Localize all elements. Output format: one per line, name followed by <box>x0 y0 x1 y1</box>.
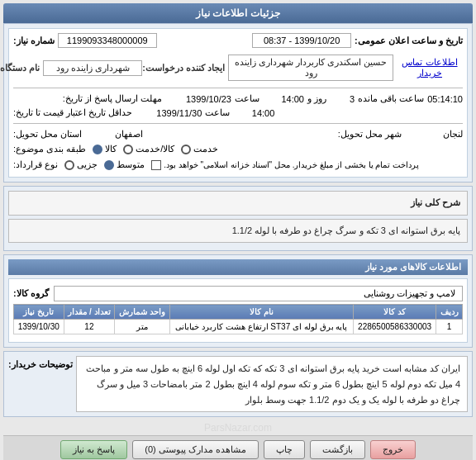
col-vahed: واحد شمارش <box>115 305 169 320</box>
watermark: ParsNazar.com <box>3 420 473 435</box>
tabaghe-kala-radio[interactable] <box>93 145 102 154</box>
notes-title-label: توضیحات خریدار: <box>8 356 73 370</box>
hadaghal-row: 14:00 ساعت 1399/11/30 حداقل تاریخ اعتبار… <box>13 106 463 120</box>
chap-button[interactable]: چاپ <box>264 440 305 459</box>
ostan-label: استان محل تحویل: <box>13 129 82 140</box>
col-name: نام کالا <box>169 305 353 320</box>
cell-kod: 2286500586330003 <box>353 320 436 334</box>
cell-radif: 1 <box>436 320 463 334</box>
hadaghal-label: حداقل تاریخ اعتبار قیمت تا تاریخ: <box>13 107 132 118</box>
pasokh-button[interactable]: پاسخ به نیاز <box>60 440 127 459</box>
now-gharar-row: پرداخت تمام یا بخشی از مبلغ خریدار. محل … <box>13 157 463 173</box>
nam-dastgah-field: شهرداری زاینده رود نام دستگاه خریدار: <box>0 59 142 78</box>
saat-value: 14:00 <box>263 94 304 104</box>
gorohe-label: گروه کالا: <box>13 288 49 299</box>
tabaghe-row: خدمت کالا/خدمت کالا طبقه بندی موضوع: <box>13 141 463 157</box>
saat-mande-group: 05:14:10 ساعت باقی مانده 3 روز و 14:00 س… <box>63 93 463 104</box>
kala-table-body: 12286500586330003پایه برق لوله ای ST37 ا… <box>14 320 463 334</box>
main-container: جزئیات اطلاعات نیاز تاریخ و ساعت اعلان ع… <box>0 0 476 460</box>
sharh-text-box: پایه برق استوانه ای 3 تکه و سرگ چراغ دو … <box>8 219 468 244</box>
tabaghe-kala-item: کالا <box>93 144 117 154</box>
tabaghe-kala-label: کالا <box>105 144 117 154</box>
notes-text: ایران کد مشابه است خرید پایه برق استوانه… <box>86 363 460 404</box>
tabaghe-khadamat2-radio[interactable] <box>181 145 191 154</box>
pardakht-checkbox-item: پرداخت تمام یا بخشی از مبلغ خریدار. محل … <box>151 160 419 170</box>
ejad-konandeh-value: حسین اسکندری کاربردار شهرداری زاینده رود <box>228 55 393 81</box>
roz-value: 3 <box>330 94 355 104</box>
saat-mande-value: 05:14:10 <box>427 94 463 104</box>
sharh-title: شرح کلی نیاز <box>411 197 460 207</box>
kala-table: ردیف کد کالا نام کالا واحد شمارش تعداد /… <box>13 304 463 334</box>
cell-name: پایه برق لوله ای ST37 ارتفاع هشت کاربرد … <box>169 320 353 334</box>
mohlat-ersal-az-value: 1399/10/23 <box>165 94 231 104</box>
now-jazbi-label: جزیی <box>77 159 98 170</box>
nam-dastgah-label: نام دستگاه خریدار: <box>0 63 40 74</box>
saat2-value: 14:00 <box>233 108 274 118</box>
shahr-label: شهر محل تحویل: <box>338 129 402 140</box>
now-mota-radio[interactable] <box>104 160 114 170</box>
mohlat-row: 05:14:10 ساعت باقی مانده 3 روز و 14:00 س… <box>13 92 463 106</box>
now-gharar-label: نوع قرارداد: <box>13 159 58 170</box>
hadaghal-value: 1399/11/30 <box>136 108 202 118</box>
shahr-value: لنجان <box>405 129 463 140</box>
tabaghe-label: طبقه بندی موضوع: <box>13 144 86 154</box>
watermark-text: ParsNazar.com <box>204 422 272 434</box>
sharh-text: پایه برق استوانه ای 3 تکه و سرگ چراغ دو … <box>232 225 460 235</box>
ettelaat-kala-inner: لامپ و تجهیزات روشنایی گروه کالا: ردیف ک… <box>8 278 468 343</box>
tabaghe-khadamat2-label: خدمت <box>193 144 218 154</box>
gorohe-value: لامپ و تجهیزات روشنایی <box>54 286 463 301</box>
ettelaat-link[interactable]: اطلاعات تماس خریدار <box>397 55 463 80</box>
notes-section: ایران کد مشابه است خرید پایه برق استوانه… <box>3 351 473 417</box>
now-jazbi-radio[interactable] <box>64 160 74 170</box>
table-header-row: ردیف کد کالا نام کالا واحد شمارش تعداد /… <box>14 305 463 320</box>
shahr-group: لنجان شهر محل تحویل: <box>338 129 463 140</box>
roz-label: روز و <box>307 93 326 104</box>
tabaghe-khadamat-label: کالا/خدمت <box>136 144 174 154</box>
tarikh-value: 1399/10/20 - 08:37 <box>252 33 351 48</box>
ettelaat-kala-title: اطلاعات کالاهای مورد نیاز <box>8 259 468 275</box>
ostan-value: اصفهان <box>85 129 143 140</box>
ejad-konandeh-label: ایجاد کننده درخواست: <box>142 63 225 74</box>
top-meta-row: تاریخ و ساعت اعلان عمومی: 1399/10/20 - 0… <box>13 33 463 48</box>
saat-label: ساعت <box>235 93 259 104</box>
table-row: 12286500586330003پایه برق لوله ای ST37 ا… <box>14 320 463 334</box>
now-mota-label: متوسط <box>117 159 145 170</box>
khoruj-button[interactable]: خروج <box>370 440 416 459</box>
tarikh-label: تاریخ و ساعت اعلان عمومی: <box>355 36 463 46</box>
col-tedad: تعداد / مقدار <box>64 305 115 320</box>
ettelaat-kala-section: اطلاعات کالاهای مورد نیاز لامپ و تجهیزات… <box>3 254 473 348</box>
pardakht-checkbox[interactable] <box>151 160 161 170</box>
ostan-group: اصفهان استان محل تحویل: <box>13 129 143 140</box>
ostan-shahr-row: لنجان شهر محل تحویل: اصفهان استان محل تح… <box>13 127 463 141</box>
top-meta-inner: تاریخ و ساعت اعلان عمومی: 1399/10/20 - 0… <box>8 28 468 178</box>
saat2-label: ساعت <box>205 107 230 118</box>
top-meta-section: تاریخ و ساعت اعلان عمومی: 1399/10/20 - 0… <box>3 23 473 183</box>
col-tarikh: تاریخ نیاز <box>14 305 64 320</box>
sharh-section: شرح کلی نیاز پایه برق استوانه ای 3 تکه و… <box>3 186 473 251</box>
cell-vahed: متر <box>115 320 169 334</box>
tabaghe-khadamat-item: کالا/خدمت <box>123 144 174 154</box>
tabaghe-khadamat2-item: خدمت <box>181 144 218 154</box>
shomara-item: 1199093348000009 شماره نیاز: <box>13 33 157 48</box>
moshahedeh-button[interactable]: مشاهده مدارک پیوستی (0) <box>132 440 259 459</box>
notes-wrapper: ایران کد مشابه است خرید پایه برق استوانه… <box>8 356 468 412</box>
ejad-konandeh-row: اطلاعات تماس خریدار حسین اسکندری کاربردا… <box>142 53 463 83</box>
sharh-title-box: شرح کلی نیاز <box>8 191 468 216</box>
gorohe-row: لامپ و تجهیزات روشنایی گروه کالا: <box>13 283 463 304</box>
page-title: جزئیات اطلاعات نیاز <box>196 7 280 19</box>
col-kod: کد کالا <box>353 305 436 320</box>
tabaghe-khadamat-radio[interactable] <box>123 145 133 154</box>
nam-dastgah-row: اطلاعات تماس خریدار حسین اسکندری کاربردا… <box>13 51 463 84</box>
mohlat-ersal-az-label: مهلت ارسال پاسخ از تاریخ: <box>63 93 162 104</box>
tarikh-item: تاریخ و ساعت اعلان عمومی: 1399/10/20 - 0… <box>252 33 463 48</box>
shomara-value: 1199093348000009 <box>58 33 157 48</box>
col-radif: ردیف <box>436 305 463 320</box>
now-jazbi-item: جزیی <box>64 159 98 170</box>
cell-tedad: 12 <box>64 320 115 334</box>
pardakht-label: پرداخت تمام یا بخشی از مبلغ خریدار. محل … <box>164 160 419 169</box>
shomara-label: شماره نیاز: <box>13 36 55 46</box>
cell-tarikh: 1399/10/30 <box>14 320 64 334</box>
now-mota-item: متوسط <box>104 159 145 170</box>
notes-box: ایران کد مشابه است خرید پایه برق استوانه… <box>76 356 468 412</box>
bazgasht-button[interactable]: بازگشت <box>310 440 365 459</box>
